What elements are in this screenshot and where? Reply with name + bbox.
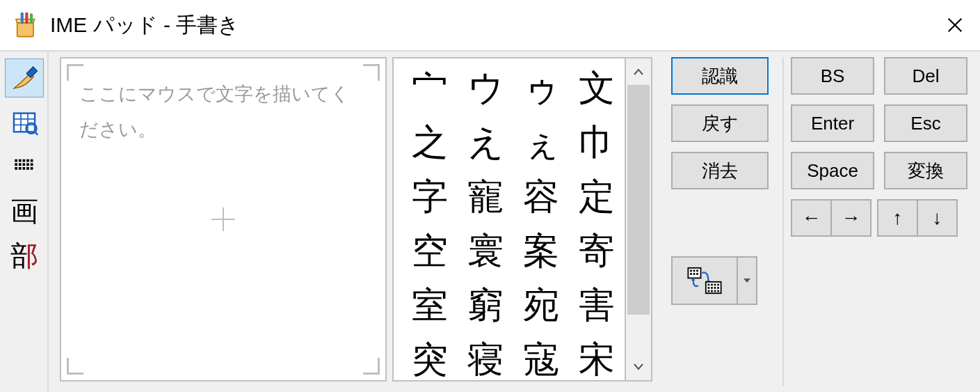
svg-rect-41 <box>717 284 719 286</box>
scroll-down-button[interactable] <box>626 354 651 380</box>
candidate-char[interactable]: 字 <box>402 170 458 224</box>
candidate-char[interactable]: 容 <box>513 170 569 224</box>
svg-rect-48 <box>714 290 716 292</box>
clear-button[interactable]: 消去 <box>671 152 769 189</box>
candidate-char[interactable]: 寝 <box>458 333 513 382</box>
candidate-char[interactable]: 宀 <box>402 61 458 116</box>
svg-rect-34 <box>696 273 698 275</box>
svg-rect-1 <box>25 13 28 24</box>
candidate-char[interactable]: 寵 <box>458 170 513 224</box>
scroll-up-button[interactable] <box>626 58 651 85</box>
svg-rect-2 <box>30 13 33 24</box>
undo-button[interactable]: 戻す <box>671 104 769 142</box>
bs-key[interactable]: BS <box>791 57 874 95</box>
svg-rect-45 <box>717 287 719 289</box>
svg-rect-15 <box>23 159 26 162</box>
convert-key[interactable]: 変換 <box>884 152 967 189</box>
layout-toggle-dropdown[interactable] <box>738 256 757 305</box>
candidate-char[interactable]: 突 <box>402 333 458 382</box>
strokes-icon: 画 <box>10 198 38 226</box>
drawing-placeholder: ここにマウスで文字を描いてください。 <box>79 77 367 148</box>
svg-rect-39 <box>711 284 713 286</box>
close-icon <box>945 15 965 35</box>
svg-rect-22 <box>31 163 33 166</box>
svg-marker-50 <box>744 279 750 283</box>
candidate-char[interactable]: ぇ <box>513 116 569 170</box>
sidebar-item-strokes[interactable]: 画 <box>5 192 44 231</box>
candidate-char[interactable]: 之 <box>402 116 458 170</box>
svg-rect-46 <box>708 290 710 292</box>
svg-rect-32 <box>690 273 692 275</box>
right-arrow-key[interactable]: → <box>831 199 871 237</box>
layout-toggle-button[interactable] <box>671 256 738 305</box>
svg-rect-17 <box>31 159 33 162</box>
svg-rect-23 <box>15 167 17 170</box>
crosshair-icon <box>211 207 235 231</box>
right-controls: 認識 戻す 消去 <box>671 52 980 392</box>
svg-rect-19 <box>19 163 22 166</box>
candidate-char[interactable]: ゥ <box>513 61 569 116</box>
svg-rect-14 <box>19 159 22 162</box>
svg-rect-47 <box>711 290 713 292</box>
scroll-track[interactable] <box>626 85 651 354</box>
svg-rect-27 <box>31 167 33 170</box>
candidate-char[interactable]: 空 <box>402 224 458 279</box>
candidate-char[interactable]: 巾 <box>569 116 625 170</box>
corner-marker <box>67 358 83 375</box>
candidate-char[interactable]: 寰 <box>458 224 513 279</box>
svg-rect-30 <box>693 270 696 272</box>
svg-rect-18 <box>15 163 17 166</box>
svg-rect-40 <box>714 284 716 286</box>
mode-sidebar: 画 部 部 <box>0 52 49 392</box>
svg-rect-21 <box>26 163 29 166</box>
esc-key[interactable]: Esc <box>884 104 967 142</box>
svg-rect-29 <box>690 270 692 272</box>
candidate-char[interactable]: 害 <box>569 279 625 333</box>
chevron-up-icon <box>634 68 643 75</box>
candidate-char[interactable]: 文 <box>569 61 625 116</box>
sidebar-item-radicals[interactable]: 部 部 <box>5 237 44 276</box>
svg-rect-49 <box>717 290 719 292</box>
scroll-thumb[interactable] <box>627 85 650 315</box>
close-button[interactable] <box>937 7 973 43</box>
column-separator <box>782 57 784 386</box>
recognize-button[interactable]: 認識 <box>671 57 769 95</box>
charlist-icon <box>10 109 38 136</box>
del-key[interactable]: Del <box>884 57 967 95</box>
svg-rect-16 <box>26 159 29 162</box>
candidate-char[interactable]: 室 <box>402 279 458 333</box>
svg-rect-20 <box>23 163 26 166</box>
candidate-scrollbar[interactable] <box>626 57 652 382</box>
sidebar-item-charlist[interactable] <box>5 103 44 142</box>
candidate-char[interactable]: 定 <box>569 170 625 224</box>
layout-toggle-icon <box>685 267 724 295</box>
candidate-char[interactable]: 窮 <box>458 279 513 333</box>
candidate-char[interactable]: ウ <box>458 61 513 116</box>
svg-rect-38 <box>708 284 710 286</box>
candidate-grid: 宀 ウ ゥ 文 之 え ぇ 巾 字 寵 容 定 空 <box>392 57 626 382</box>
pen-icon <box>10 64 38 92</box>
svg-rect-31 <box>696 270 698 272</box>
drawing-canvas[interactable]: ここにマウスで文字を描いてください。 <box>60 57 387 382</box>
down-arrow-key[interactable]: ↓ <box>917 199 958 237</box>
svg-rect-24 <box>19 167 22 170</box>
corner-marker <box>363 358 380 375</box>
sidebar-item-handwriting[interactable] <box>5 58 44 97</box>
candidate-char[interactable]: 宛 <box>513 279 569 333</box>
svg-rect-13 <box>15 159 17 162</box>
sidebar-item-softkeyboard[interactable] <box>5 148 44 187</box>
candidate-char[interactable]: 寇 <box>513 333 569 382</box>
svg-rect-33 <box>693 273 696 275</box>
candidate-char[interactable]: 案 <box>513 224 569 279</box>
candidate-char[interactable]: え <box>458 116 513 170</box>
keyboard-icon <box>10 157 38 178</box>
space-key[interactable]: Space <box>791 152 874 189</box>
main-panel: ここにマウスで文字を描いてください。 宀 ウ ゥ 文 之 え ぇ 巾 字 <box>49 52 671 392</box>
svg-rect-26 <box>26 167 29 170</box>
left-arrow-key[interactable]: ← <box>791 199 831 237</box>
candidate-char[interactable]: 宋 <box>569 333 625 382</box>
enter-key[interactable]: Enter <box>791 104 874 142</box>
up-arrow-key[interactable]: ↑ <box>877 199 917 237</box>
candidate-char[interactable]: 寄 <box>569 224 625 279</box>
radicals-icon: 部 部 <box>10 242 38 270</box>
